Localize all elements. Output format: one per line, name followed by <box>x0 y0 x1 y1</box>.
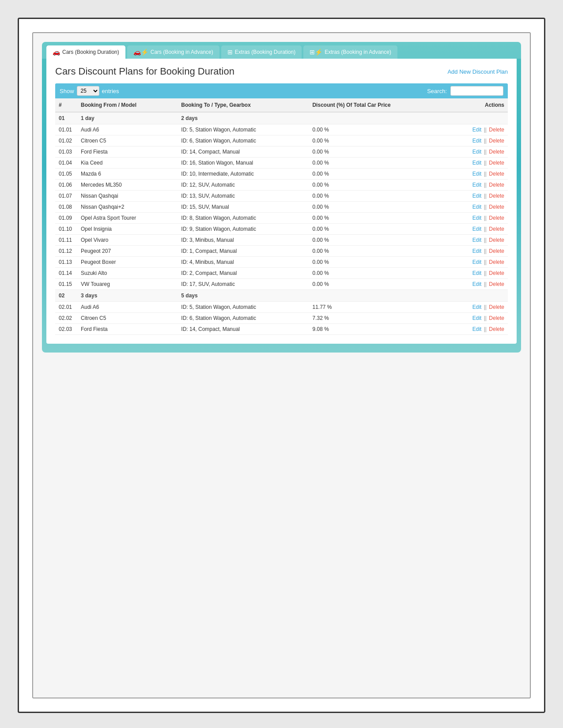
edit-link[interactable]: Edit <box>472 304 482 310</box>
delete-link[interactable]: Delete <box>489 226 504 232</box>
row-num: 01.15 <box>55 279 77 290</box>
edit-link[interactable]: Edit <box>472 182 482 188</box>
row-actions: Edit || Delete <box>446 246 508 257</box>
row-model: Mazda 6 <box>77 169 178 180</box>
row-num: 01.06 <box>55 180 77 191</box>
edit-link[interactable]: Edit <box>472 259 482 265</box>
row-actions: Edit || Delete <box>446 202 508 213</box>
inner-border: 🚗 Cars (Booking Duration) 🚗⚡ Cars (Booki… <box>32 32 531 698</box>
row-type-gear: ID: 14, Compact, Manual <box>178 146 309 158</box>
delete-link[interactable]: Delete <box>489 127 504 133</box>
row-type-gear: ID: 2, Compact, Manual <box>178 268 309 279</box>
row-model: Ford Fiesta <box>77 146 178 158</box>
tab-extras-booking-duration[interactable]: ⊞ Extras (Booking Duration) <box>221 45 302 59</box>
edit-link[interactable]: Edit <box>472 138 482 144</box>
row-model: Mercedes ML350 <box>77 180 178 191</box>
edit-link[interactable]: Edit <box>472 215 482 221</box>
delete-link[interactable]: Delete <box>489 215 504 221</box>
delete-link[interactable]: Delete <box>489 204 504 210</box>
table-group-row: 01 1 day 2 days <box>55 112 508 124</box>
edit-link[interactable]: Edit <box>472 127 482 133</box>
delete-link[interactable]: Delete <box>489 304 504 310</box>
edit-link[interactable]: Edit <box>472 204 482 210</box>
table-row: 02.01 Audi A6 ID: 5, Station Wagon, Auto… <box>55 302 508 313</box>
row-discount: 7.32 % <box>309 313 445 324</box>
tabs-bar: 🚗 Cars (Booking Duration) 🚗⚡ Cars (Booki… <box>42 42 521 59</box>
row-model: Audi A6 <box>77 124 178 135</box>
row-model: Nissan Qashqai <box>77 191 178 202</box>
tab-cars-booking-advance[interactable]: 🚗⚡ Cars (Booking in Advance) <box>127 45 219 59</box>
edit-link[interactable]: Edit <box>472 326 482 332</box>
edit-link[interactable]: Edit <box>472 248 482 254</box>
group-num: 01 <box>55 112 77 124</box>
row-discount: 0.00 % <box>309 257 445 268</box>
row-discount: 0.00 % <box>309 180 445 191</box>
delete-link[interactable]: Delete <box>489 237 504 243</box>
row-model: Citroen C5 <box>77 313 178 324</box>
delete-link[interactable]: Delete <box>489 149 504 155</box>
table-row: 01.09 Opel Astra Sport Tourer ID: 8, Sta… <box>55 213 508 224</box>
row-num: 01.13 <box>55 257 77 268</box>
edit-link[interactable]: Edit <box>472 237 482 243</box>
row-actions: Edit || Delete <box>446 191 508 202</box>
action-separator: || <box>484 138 488 144</box>
edit-link[interactable]: Edit <box>472 226 482 232</box>
row-discount: 0.00 % <box>309 202 445 213</box>
delete-link[interactable]: Delete <box>489 248 504 254</box>
row-actions: Edit || Delete <box>446 146 508 158</box>
edit-link[interactable]: Edit <box>472 281 482 287</box>
col-booking-to: Booking To / Type, Gearbox <box>178 98 309 112</box>
edit-link[interactable]: Edit <box>472 171 482 177</box>
edit-link[interactable]: Edit <box>472 315 482 321</box>
row-discount: 0.00 % <box>309 279 445 290</box>
row-actions: Edit || Delete <box>446 268 508 279</box>
tab-cars-booking-duration[interactable]: 🚗 Cars (Booking Duration) <box>46 45 125 59</box>
row-num: 01.10 <box>55 224 77 235</box>
row-num: 01.12 <box>55 246 77 257</box>
delete-link[interactable]: Delete <box>489 315 504 321</box>
action-separator: || <box>484 237 488 243</box>
entries-select[interactable]: 25 10 50 100 <box>77 86 99 96</box>
delete-link[interactable]: Delete <box>489 193 504 199</box>
tab-cars-booking-advance-label: Cars (Booking in Advance) <box>151 49 213 55</box>
row-type-gear: ID: 17, SUV, Automatic <box>178 279 309 290</box>
group-to: 2 days <box>178 112 309 124</box>
action-separator: || <box>484 248 488 254</box>
delete-link[interactable]: Delete <box>489 270 504 276</box>
row-type-gear: ID: 5, Station Wagon, Automatic <box>178 302 309 313</box>
search-area: Search: <box>427 86 503 96</box>
row-discount: 0.00 % <box>309 158 445 169</box>
row-discount: 0.00 % <box>309 235 445 246</box>
action-separator: || <box>484 326 488 332</box>
delete-link[interactable]: Delete <box>489 259 504 265</box>
delete-link[interactable]: Delete <box>489 138 504 144</box>
action-separator: || <box>484 270 488 276</box>
delete-link[interactable]: Delete <box>489 160 504 166</box>
row-actions: Edit || Delete <box>446 158 508 169</box>
tab-extras-booking-advance[interactable]: ⊞⚡ Extras (Booking in Advance) <box>303 45 397 59</box>
delete-link[interactable]: Delete <box>489 326 504 332</box>
row-discount: 0.00 % <box>309 135 445 146</box>
table-row: 02.02 Citroen C5 ID: 6, Station Wagon, A… <box>55 313 508 324</box>
row-actions: Edit || Delete <box>446 169 508 180</box>
group-num: 02 <box>55 290 77 302</box>
row-num: 02.03 <box>55 324 77 335</box>
show-entries-control: Show 25 10 50 100 entries <box>60 86 119 96</box>
edit-link[interactable]: Edit <box>472 193 482 199</box>
delete-link[interactable]: Delete <box>489 171 504 177</box>
edit-link[interactable]: Edit <box>472 149 482 155</box>
row-num: 02.02 <box>55 313 77 324</box>
add-new-discount-plan-link[interactable]: Add New Discount Plan <box>447 68 508 75</box>
search-input[interactable] <box>450 86 503 96</box>
row-discount: 0.00 % <box>309 224 445 235</box>
edit-link[interactable]: Edit <box>472 270 482 276</box>
row-model: Citroen C5 <box>77 135 178 146</box>
delete-link[interactable]: Delete <box>489 281 504 287</box>
edit-link[interactable]: Edit <box>472 160 482 166</box>
row-discount: 0.00 % <box>309 213 445 224</box>
delete-link[interactable]: Delete <box>489 182 504 188</box>
table-row: 01.04 Kia Ceed ID: 16, Station Wagon, Ma… <box>55 158 508 169</box>
action-separator: || <box>484 259 488 265</box>
row-actions: Edit || Delete <box>446 135 508 146</box>
page-header: Cars Discount Plans for Booking Duration… <box>55 66 508 77</box>
